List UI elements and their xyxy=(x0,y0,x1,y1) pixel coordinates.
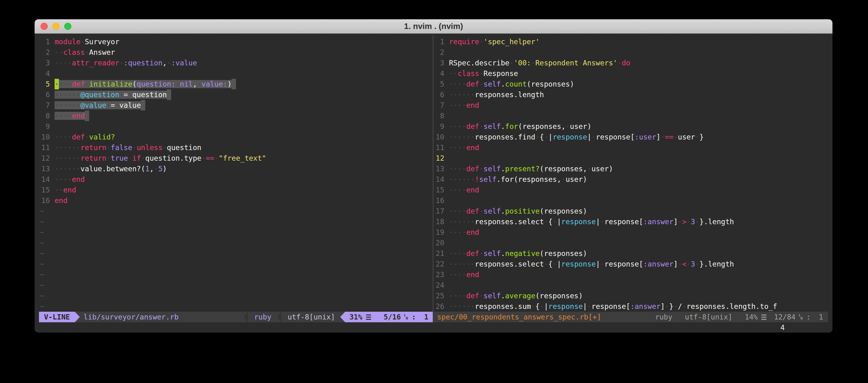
line-position: 5/16 xyxy=(383,313,401,321)
code-line[interactable]: 19····end xyxy=(433,227,828,238)
code-line[interactable]: 7····end xyxy=(433,100,828,110)
ruler-colon: : xyxy=(806,313,811,321)
code-text: ····end xyxy=(449,144,479,152)
empty-line-tilde: ~ xyxy=(40,281,44,289)
powerline-arrow-icon xyxy=(340,312,345,322)
left-filetype: ruby xyxy=(249,312,276,322)
nvim-content: 1module·Surveyor2··class·Answer3····attr… xyxy=(35,34,833,333)
code-text: ····def·initialize(question:·nil,·value:… xyxy=(55,80,236,88)
code-line[interactable]: 4··class·Response xyxy=(433,68,828,79)
line-number: 16 xyxy=(433,195,444,206)
code-line[interactable]: 8····end xyxy=(39,110,433,121)
right-encoding: utf-8[unix] xyxy=(685,313,733,321)
code-line[interactable]: 20 xyxy=(433,238,828,248)
line-number: 19 xyxy=(433,227,444,238)
code-line[interactable]: 23····end xyxy=(433,269,828,280)
code-text: ····end xyxy=(449,271,479,279)
code-text: ······responses.length xyxy=(449,91,544,99)
code-line[interactable]: 16end xyxy=(39,195,433,206)
right-filetype: ruby xyxy=(655,313,672,321)
code-text: ······responses.select·{·|response|·resp… xyxy=(449,218,734,226)
cursor: · xyxy=(55,79,59,90)
code-line[interactable]: 24 xyxy=(433,280,828,290)
left-filename: lib/surveyor/answer.rb xyxy=(80,312,179,322)
line-number: 1 xyxy=(433,36,444,47)
code-line[interactable]: 2··class·Answer xyxy=(39,47,433,58)
code-line[interactable]: 11······return·false·unless·question xyxy=(39,142,433,153)
code-line[interactable]: 2 xyxy=(433,47,828,58)
left-editor-pane[interactable]: 1module·Surveyor2··class·Answer3····attr… xyxy=(39,36,433,312)
line-number: 4 xyxy=(39,68,50,79)
line-number: 13 xyxy=(39,164,50,174)
code-line[interactable]: 26······responses.sum·{·|response|·respo… xyxy=(433,301,828,312)
code-line[interactable]: 1require·'spec_helper' xyxy=(433,36,828,47)
command-line: 4 xyxy=(35,322,833,333)
code-line[interactable]: 7······@value·=·value xyxy=(39,100,433,110)
code-line[interactable]: 12······return·true·if·question.type·==·… xyxy=(39,153,433,164)
line-number: 3 xyxy=(39,58,50,68)
code-line[interactable]: 5····def·initialize(question:·nil,·value… xyxy=(39,79,433,90)
code-line[interactable]: 13····def·self.present?(responses,·user) xyxy=(433,164,828,174)
code-line[interactable]: 6······@question·=·question xyxy=(39,90,433,100)
code-line[interactable]: 14······!self.for(responses,·user) xyxy=(433,174,828,185)
line-number: 26 xyxy=(433,301,444,312)
code-line[interactable]: 11····end xyxy=(433,142,828,153)
code-line[interactable]: 10····def·valid? xyxy=(39,132,433,142)
code-line[interactable]: 17····def·self.positive(responses) xyxy=(433,206,828,216)
code-line[interactable]: 8 xyxy=(433,110,828,121)
line-number: 10 xyxy=(39,132,50,142)
right-filename: spec/00_respondents_answers_spec.rb[+] xyxy=(433,312,601,322)
code-line[interactable]: 13······value.between?(1,·5) xyxy=(39,164,433,174)
line-number: 11 xyxy=(433,142,444,153)
code-text: ··class·Answer xyxy=(55,48,115,56)
line-number: 9 xyxy=(433,121,444,132)
code-line[interactable]: 12 xyxy=(433,153,828,164)
code-line[interactable]: 25····def·self.average(responses) xyxy=(433,290,828,301)
column-number: 1 xyxy=(819,313,823,321)
left-encoding: utf-8[unix] xyxy=(282,312,340,322)
code-line[interactable]: 9 xyxy=(39,121,433,132)
empty-line-tilde: ~ xyxy=(40,218,44,226)
code-line[interactable]: 3····attr_reader·:question,·:value xyxy=(39,58,433,68)
empty-line-tilde: ~ xyxy=(40,292,44,300)
maxline-icon: LN xyxy=(799,314,803,320)
empty-line-tilde: ~ xyxy=(40,239,44,247)
code-text: ······@question·=·question xyxy=(55,91,171,99)
code-line[interactable]: 1module·Surveyor xyxy=(39,36,433,47)
line-number: 23 xyxy=(433,269,444,280)
line-number: 1 xyxy=(39,36,50,47)
code-text: require·'spec_helper' xyxy=(449,38,540,46)
code-line[interactable]: 5····def·self.count(responses) xyxy=(433,79,828,90)
line-number: 14 xyxy=(39,174,50,185)
empty-line-tilde: ~ xyxy=(40,207,44,215)
line-number: 8 xyxy=(433,110,444,121)
code-line[interactable]: 18······responses.select·{·|response|·re… xyxy=(433,216,828,227)
line-number: 10 xyxy=(433,132,444,142)
line-number: 22 xyxy=(433,259,444,269)
empty-line-tilde: ~ xyxy=(40,228,44,236)
maxline-icon: LN xyxy=(404,314,408,320)
code-text: ····def·self.average(responses) xyxy=(449,292,583,300)
code-line[interactable]: 6······responses.length xyxy=(433,90,828,100)
code-line[interactable]: 15····end xyxy=(433,185,828,195)
line-number: 8 xyxy=(39,110,50,121)
code-line[interactable]: 3RSpec.describe·'00:·Respondent·Answers'… xyxy=(433,58,828,68)
titlebar[interactable]: 1. nvim . (nvim) xyxy=(35,19,833,34)
code-line[interactable]: 4 xyxy=(39,68,433,79)
code-line[interactable]: 21····def·self.negative(responses) xyxy=(433,248,828,259)
code-line[interactable]: 16 xyxy=(433,195,828,206)
code-line[interactable]: 14····end xyxy=(39,174,433,185)
right-editor-pane[interactable]: 1require·'spec_helper'23RSpec.describe·'… xyxy=(433,36,828,312)
code-text: ······responses.sum·{·|response|·respons… xyxy=(449,302,777,310)
line-number: 16 xyxy=(39,195,50,206)
line-number: 7 xyxy=(433,100,444,110)
code-line[interactable]: 15··end xyxy=(39,185,433,195)
code-text: ····end xyxy=(55,175,85,183)
code-text: ····def·self.positive(responses) xyxy=(449,207,587,215)
code-line[interactable]: 10······responses.find·{·|response|·resp… xyxy=(433,132,828,142)
code-line[interactable]: 22······responses.select·{·|response|·re… xyxy=(433,259,828,269)
code-line[interactable]: 9····def·self.for(responses,·user) xyxy=(433,121,828,132)
code-text: ······return·true·if·question.type·==·"f… xyxy=(55,154,266,162)
terminal-window: 1. nvim . (nvim) 1module·Surveyor2··clas… xyxy=(35,19,833,333)
powerline-arrow-icon xyxy=(75,312,80,322)
